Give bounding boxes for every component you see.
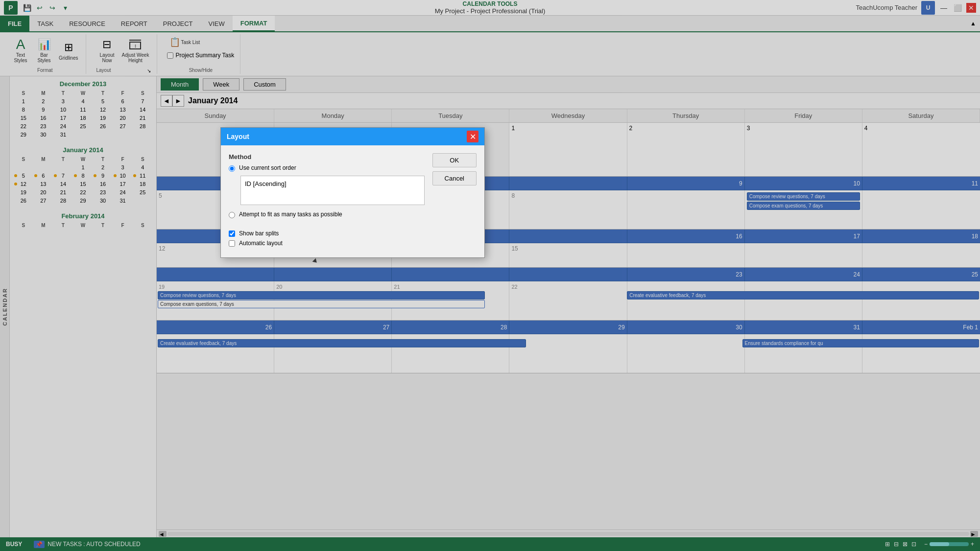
spacer: [229, 222, 425, 230]
layout-dialog: Layout ✕ Method Use current sort order I…: [220, 127, 485, 258]
dialog-overlay: Layout ✕ Method Use current sort order I…: [0, 0, 980, 551]
dialog-body: Method Use current sort order ID [Ascend…: [221, 145, 484, 257]
dialog-close-btn[interactable]: ✕: [467, 131, 478, 142]
dialog-content-row: Method Use current sort order ID [Ascend…: [229, 153, 477, 250]
checkbox-auto-layout[interactable]: Automatic layout: [229, 240, 425, 247]
checkbox-bar-splits-label: Show bar splits: [239, 230, 279, 237]
checkbox-auto-layout-label: Automatic layout: [239, 240, 283, 247]
method-label: Method: [229, 153, 425, 161]
radio-use-current-label: Use current sort order: [239, 164, 296, 171]
checkbox-bar-splits-input[interactable]: [229, 230, 235, 237]
ok-btn[interactable]: OK: [432, 153, 477, 167]
radio-fit-tasks-label: Attempt to fit as many tasks as possible: [239, 211, 342, 218]
checkbox-auto-layout-input[interactable]: [229, 240, 235, 247]
radio-use-current-input[interactable]: [229, 165, 235, 172]
radio-fit-tasks[interactable]: Attempt to fit as many tasks as possible: [229, 211, 425, 218]
dialog-title: Layout: [227, 133, 249, 140]
sort-value: ID [Ascending]: [245, 180, 420, 187]
dialog-title-bar: Layout ✕: [221, 128, 484, 145]
dialog-buttons: OK Cancel: [432, 153, 477, 250]
radio-use-current[interactable]: Use current sort order: [229, 164, 425, 172]
checkbox-bar-splits[interactable]: Show bar splits: [229, 230, 425, 237]
sort-order-box: ID [Ascending]: [240, 176, 425, 205]
dialog-left: Method Use current sort order ID [Ascend…: [229, 153, 425, 250]
radio-fit-tasks-input[interactable]: [229, 212, 235, 218]
cancel-btn[interactable]: Cancel: [432, 171, 477, 185]
